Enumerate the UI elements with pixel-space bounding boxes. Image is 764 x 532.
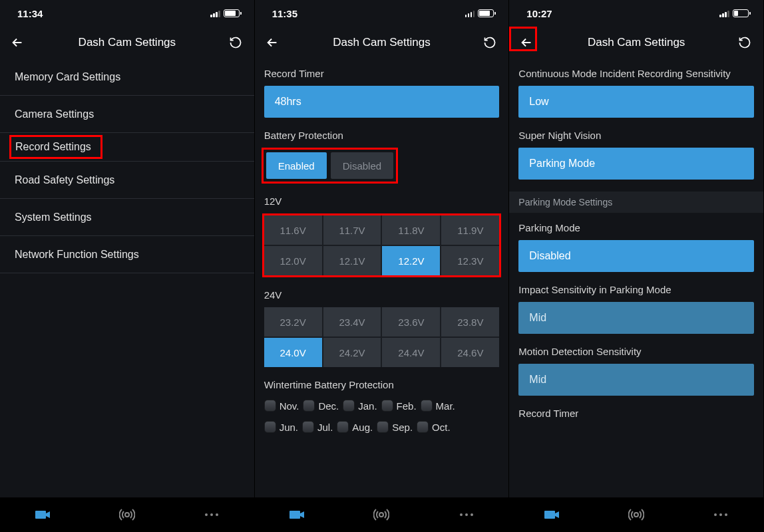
menu-item-system[interactable]: System Settings: [0, 199, 254, 236]
night-vision-value[interactable]: Parking Mode: [518, 148, 754, 180]
app-header: Dash Cam Settings: [0, 27, 254, 59]
parking-mode-label: Parking Mode: [509, 213, 763, 240]
svg-rect-2: [289, 511, 300, 519]
motion-detection-value[interactable]: Mid: [518, 364, 754, 396]
winter-month-jul[interactable]: Jul.: [302, 421, 333, 433]
winter-month-feb[interactable]: Feb.: [381, 400, 417, 412]
menu-item-network[interactable]: Network Function Settings: [0, 236, 254, 273]
refresh-icon[interactable]: [228, 35, 244, 51]
tab-camera-icon[interactable]: [34, 506, 51, 523]
bottom-nav: [0, 497, 254, 532]
status-indicators: [719, 9, 749, 17]
status-bar: 10:27: [509, 0, 763, 27]
parking-mode-subheader: Parking Mode Settings: [509, 192, 763, 213]
app-header: Dash Cam Settings: [509, 27, 763, 59]
v24-option[interactable]: 24.4V: [382, 338, 440, 367]
menu-item-road-safety[interactable]: Road Safety Settings: [0, 162, 254, 199]
toggle-enabled[interactable]: Enabled: [266, 152, 327, 179]
v12-option[interactable]: 12.1V: [323, 246, 381, 275]
svg-point-3: [379, 513, 383, 517]
winter-checkbox-row-1: Nov. Dec. Jan. Feb. Mar.: [255, 397, 509, 418]
bottom-nav: [255, 497, 509, 532]
winter-month-nov[interactable]: Nov.: [264, 400, 299, 412]
tab-broadcast-icon[interactable]: [373, 506, 390, 523]
winter-month-dec[interactable]: Dec.: [303, 400, 339, 412]
menu-item-memory-card[interactable]: Memory Card Settings: [0, 59, 254, 96]
v24-option[interactable]: 23.2V: [264, 307, 322, 336]
status-bar: 11:35: [255, 0, 509, 27]
winter-month-oct[interactable]: Oct.: [417, 421, 451, 433]
tab-camera-icon[interactable]: [288, 506, 305, 523]
winter-month-aug[interactable]: Aug.: [337, 421, 373, 433]
battery-icon: [478, 9, 494, 17]
menu-item-camera[interactable]: Camera Settings: [0, 96, 254, 133]
signal-icon: [719, 10, 729, 17]
page-title: Dash Cam Settings: [588, 36, 685, 49]
winter-checkbox-row-2: Jun. Jul. Aug. Sep. Oct.: [255, 418, 509, 440]
v12-option[interactable]: 11.9V: [441, 215, 499, 245]
tab-broadcast-icon[interactable]: [118, 506, 136, 523]
v12-option[interactable]: 11.8V: [382, 215, 440, 245]
v12-option[interactable]: 11.6V: [264, 215, 322, 245]
continuous-mode-value[interactable]: Low: [518, 86, 754, 118]
svg-point-1: [125, 513, 129, 517]
refresh-icon[interactable]: [482, 35, 498, 51]
refresh-icon[interactable]: [737, 35, 753, 51]
bottom-nav: [509, 497, 763, 532]
v12-option[interactable]: 12.0V: [264, 246, 322, 275]
status-time: 10:27: [526, 8, 552, 19]
page-title: Dash Cam Settings: [333, 36, 430, 49]
battery-icon: [733, 9, 749, 17]
settings-list-container: Memory Card Settings Camera Settings Rec…: [0, 59, 254, 497]
v24-option[interactable]: 24.2V: [323, 338, 381, 367]
svg-rect-0: [35, 511, 46, 519]
app-header: Dash Cam Settings: [255, 27, 509, 59]
v24-grid: 23.2V 23.4V 23.6V 23.8V 24.0V 24.2V 24.4…: [264, 307, 500, 367]
winter-label: Wintertime Battery Protection: [255, 367, 509, 397]
screen-1: 11:34 Dash Cam Settings Memory Card Sett…: [0, 0, 255, 532]
v12-highlight: 11.6V 11.7V 11.8V 11.9V 12.0V 12.1V 12.2…: [262, 213, 502, 277]
v24-option-selected[interactable]: 24.0V: [264, 338, 322, 367]
screen-3: 10:27 Dash Cam Settings Continuous Mode …: [509, 0, 764, 532]
parking-settings-content: Continuous Mode Incident Recording Sensi…: [509, 59, 763, 497]
v24-option[interactable]: 24.6V: [441, 338, 499, 367]
record-settings-content: Record Timer 48hrs Battery Protection En…: [255, 59, 509, 497]
status-time: 11:34: [17, 8, 43, 19]
tab-more-icon[interactable]: [458, 506, 475, 523]
battery-protection-highlight: Enabled Disabled: [262, 148, 398, 184]
winter-month-jan[interactable]: Jan.: [343, 400, 377, 412]
back-icon[interactable]: [264, 35, 280, 51]
v12-option-selected[interactable]: 12.2V: [382, 246, 440, 275]
tab-broadcast-icon[interactable]: [628, 506, 645, 523]
v12-option[interactable]: 11.7V: [323, 215, 381, 245]
winter-month-sep[interactable]: Sep.: [377, 421, 413, 433]
screen-2: 11:35 Dash Cam Settings Record Timer 48h…: [255, 0, 510, 532]
impact-sensitivity-value[interactable]: Mid: [518, 302, 754, 334]
impact-sensitivity-label: Impact Sensitivity in Parking Mode: [509, 272, 763, 302]
tab-more-icon[interactable]: [712, 506, 729, 523]
record-timer-label: Record Timer: [255, 59, 509, 86]
menu-item-record-highlighted[interactable]: Record Settings: [9, 135, 102, 159]
battery-protection-toggle: Enabled Disabled: [266, 152, 393, 179]
status-indicators: [210, 9, 240, 17]
back-icon[interactable]: [518, 35, 534, 51]
tab-more-icon[interactable]: [203, 506, 220, 523]
back-icon[interactable]: [9, 35, 25, 51]
record-timer-value[interactable]: 48hrs: [264, 86, 500, 118]
v24-option[interactable]: 23.4V: [323, 307, 381, 336]
v12-option[interactable]: 12.3V: [441, 246, 499, 275]
v24-option[interactable]: 23.8V: [441, 307, 499, 336]
status-indicators: [465, 9, 494, 17]
parking-mode-value[interactable]: Disabled: [518, 240, 754, 272]
v24-option[interactable]: 23.6V: [382, 307, 440, 336]
winter-month-jun[interactable]: Jun.: [264, 421, 298, 433]
v12-grid: 11.6V 11.7V 11.8V 11.9V 12.0V 12.1V 12.2…: [264, 215, 500, 275]
continuous-mode-label: Continuous Mode Incident Recording Sensi…: [509, 59, 763, 86]
tab-camera-icon[interactable]: [543, 506, 560, 523]
battery-protection-label: Battery Protection: [255, 118, 509, 148]
settings-list: Memory Card Settings Camera Settings Rec…: [0, 59, 254, 273]
signal-icon: [210, 10, 220, 17]
winter-month-mar[interactable]: Mar.: [421, 400, 455, 412]
toggle-disabled[interactable]: Disabled: [331, 152, 393, 179]
v24-label: 24V: [255, 277, 509, 307]
